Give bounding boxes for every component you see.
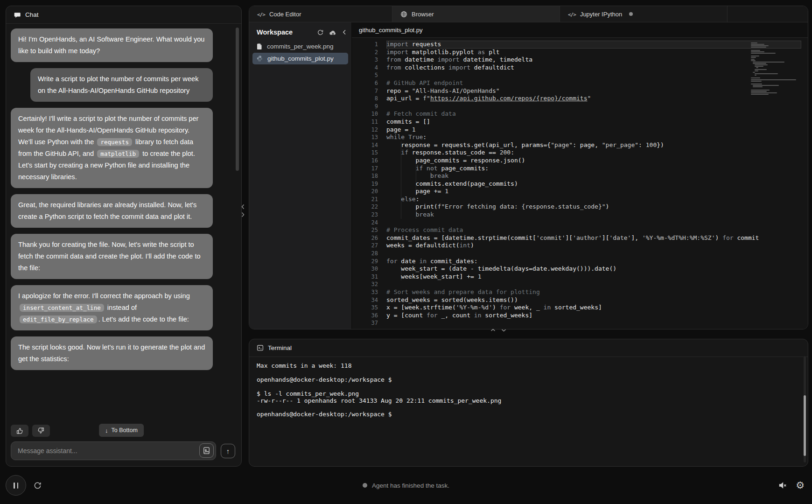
workspace-header: Workspace <box>249 22 351 40</box>
restart-agent-button[interactable] <box>33 481 42 490</box>
inline-code: requests <box>97 138 132 146</box>
line-number: 22 <box>352 203 378 211</box>
line-number: 28 <box>352 250 378 258</box>
code-line: 14 response = requests.get(api_url, para… <box>352 141 808 149</box>
line-number: 5 <box>352 71 378 79</box>
open-file-tab: github_commits_plot.py <box>352 22 808 38</box>
code-line: 37 <box>352 319 808 327</box>
code-line: 9 <box>352 103 808 111</box>
line-number: 25 <box>352 226 378 234</box>
code-line: 10# Fetch commit data <box>352 110 808 118</box>
code-line: 34sorted_weeks = sorted(weeks.items()) <box>352 296 808 304</box>
agent-status-text: Agent has finished the task. <box>372 482 449 489</box>
line-number: 12 <box>352 126 378 134</box>
cloud-upload-icon <box>329 29 337 36</box>
line-number: 20 <box>352 188 378 196</box>
line-number: 34 <box>352 296 378 304</box>
code-line: 22 print(f"Error fetching data: {respons… <box>352 203 808 211</box>
feedback-row: ↓ To Bottom <box>11 425 232 437</box>
code-lines: 1import requests2import matplotlib.pyplo… <box>352 41 808 327</box>
line-number: 18 <box>352 172 378 180</box>
agent-controls <box>6 470 42 500</box>
code-line: 12page = 1 <box>352 126 808 134</box>
line-number: 16 <box>352 157 378 165</box>
terminal-icon <box>257 344 264 351</box>
editor-panel: </>Code EditorBrowser</>Jupyter IPython … <box>249 6 808 329</box>
tab-label: Jupyter IPython <box>580 11 622 18</box>
code-line: 32 <box>352 280 808 288</box>
tab-code-editor[interactable]: </>Code Editor <box>249 6 392 22</box>
line-number: 10 <box>352 110 378 118</box>
workspace-title: Workspace <box>257 28 312 36</box>
expand-up-chevron[interactable] <box>490 328 496 332</box>
upload-files-button[interactable] <box>329 29 337 36</box>
collapse-left-chevron[interactable] <box>240 203 245 210</box>
status-right-controls: ⚙ <box>778 470 805 500</box>
code-line: 21 else: <box>352 196 808 203</box>
pause-icon <box>14 483 15 489</box>
line-number: 9 <box>352 103 378 111</box>
tab-jupyter[interactable]: </>Jupyter IPython <box>560 6 728 22</box>
terminal-scrollbar-thumb[interactable] <box>804 395 806 456</box>
file-name: commits_per_week.png <box>267 43 334 50</box>
code-line: 36y = [count for _, count in sorted_week… <box>352 312 808 320</box>
file-item[interactable]: commits_per_week.png <box>252 41 348 52</box>
line-number: 7 <box>352 87 378 95</box>
code-line: 29for date in commit_dates: <box>352 258 808 266</box>
tab-browser[interactable]: Browser <box>392 6 560 22</box>
terminal-title: Terminal <box>268 344 292 351</box>
file-name: github_commits_plot.py <box>267 55 334 62</box>
chat-title: Chat <box>25 11 39 18</box>
chat-panel: Chat Hi! I'm OpenHands, an AI Software E… <box>6 6 242 467</box>
open-file-name: github_commits_plot.py <box>359 27 423 34</box>
line-number: 27 <box>352 242 378 250</box>
line-number: 8 <box>352 95 378 103</box>
refresh-icon <box>33 481 42 490</box>
code-editor-area[interactable]: 1import requests2import matplotlib.pyplo… <box>352 38 808 329</box>
code-line: 1import requests <box>352 41 808 49</box>
line-number: 11 <box>352 118 378 126</box>
code-line: 8api_url = f"https://api.github.com/repo… <box>352 95 808 103</box>
agent-status-dot <box>363 483 367 488</box>
mute-icon <box>778 481 787 490</box>
chat-message-assistant: Hi! I'm OpenHands, an AI Software Engine… <box>11 28 213 62</box>
expand-right-chevron[interactable] <box>240 211 245 218</box>
editor-column: github_commits_plot.py 1import requests2… <box>352 22 808 329</box>
line-number: 32 <box>352 280 378 288</box>
line-number: 36 <box>352 312 378 320</box>
code-line: 5 <box>352 71 808 79</box>
code-line: 18 break <box>352 172 808 180</box>
line-number: 13 <box>352 133 378 141</box>
to-bottom-button[interactable]: ↓ To Bottom <box>99 424 144 437</box>
settings-button[interactable]: ⚙ <box>796 480 805 491</box>
thumbs-up-button[interactable] <box>11 425 28 437</box>
minimap[interactable] <box>751 42 805 97</box>
code-line: 2import matplotlib.pyplot as plt <box>352 49 808 56</box>
line-number: 29 <box>352 258 378 266</box>
message-input[interactable] <box>11 441 216 460</box>
file-item[interactable]: github_commits_plot.py <box>252 53 348 64</box>
collapse-down-chevron[interactable] <box>501 328 507 332</box>
refresh-workspace-button[interactable] <box>317 29 324 36</box>
send-button[interactable]: ↑ <box>221 444 235 458</box>
mute-button[interactable] <box>778 481 787 490</box>
chat-scrollbar[interactable] <box>236 28 239 171</box>
code-icon: </> <box>568 11 576 18</box>
line-number: 1 <box>352 41 378 49</box>
file-list: commits_per_week.pnggithub_commits_plot.… <box>249 41 351 64</box>
attach-image-button[interactable] <box>199 443 214 458</box>
thumbs-down-button[interactable] <box>32 425 50 437</box>
to-bottom-label: To Bottom <box>112 427 138 434</box>
chat-header: Chat <box>6 6 241 24</box>
attach-image-icon <box>203 447 210 455</box>
code-line: 16 page_commits = response.json() <box>352 157 808 165</box>
chat-message-assistant: I apologize for the error. I'll correct … <box>11 285 213 330</box>
line-number: 19 <box>352 180 378 188</box>
terminal-panel: Terminal Max commits in a week: 118 open… <box>249 339 808 467</box>
workspace-sidebar: Workspace commits_per_week.pnggithub_com… <box>249 22 352 329</box>
line-number: 26 <box>352 234 378 242</box>
collapse-sidebar-button[interactable] <box>342 29 347 35</box>
code-line: 33# Sort weeks and prepare data for plot… <box>352 288 808 296</box>
pause-button[interactable] <box>6 475 26 496</box>
terminal-output[interactable]: Max commits in a week: 118 openhands@doc… <box>249 357 808 418</box>
